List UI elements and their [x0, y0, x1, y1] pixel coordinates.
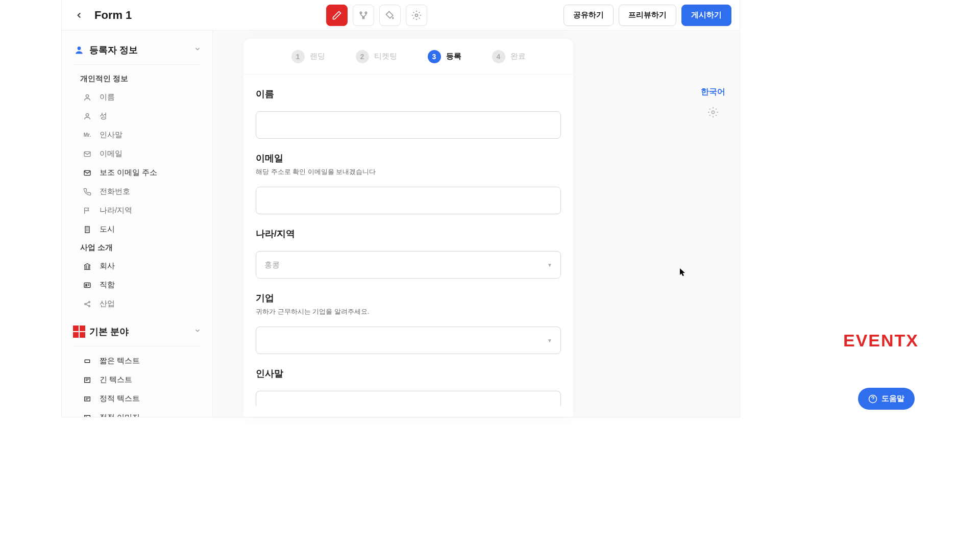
- sidebar-item[interactable]: Mr.인사말: [62, 126, 212, 144]
- mr-icon: Mr.: [82, 132, 92, 138]
- svg-point-5: [86, 94, 88, 97]
- sidebar-item[interactable]: 산업: [62, 294, 212, 313]
- sidebar-section-registrant[interactable]: 등록자 정보: [62, 39, 212, 61]
- sidebar-item[interactable]: 나라/지역: [62, 201, 212, 220]
- sidebar-item-label: 성: [100, 111, 107, 121]
- phone-icon: [82, 188, 92, 196]
- svg-point-14: [89, 305, 90, 307]
- grid-icon: [73, 325, 85, 338]
- field-label: 이메일: [256, 152, 561, 164]
- svg-point-13: [89, 301, 90, 303]
- sidebar-item-label: 정적 이미지: [100, 413, 140, 417]
- flow-tool-button[interactable]: [353, 5, 374, 26]
- svg-point-6: [86, 113, 88, 116]
- field-help: 해당 주소로 확인 이메일을 보내겠습니다: [256, 167, 561, 177]
- language-link[interactable]: 한국어: [701, 87, 725, 97]
- share-icon: [82, 300, 92, 308]
- sidebar-section-title: 기본 분야: [89, 325, 194, 338]
- field-label: 인사말: [256, 367, 561, 380]
- style-tool-button[interactable]: [379, 5, 401, 26]
- svg-point-0: [360, 12, 361, 13]
- sidebar-item[interactable]: 짧은 텍스트: [62, 352, 212, 370]
- sidebar-item-label: 정적 텍스트: [100, 394, 140, 404]
- svg-rect-10: [84, 283, 90, 287]
- sidebar-item[interactable]: 정적 이미지: [62, 408, 212, 417]
- share-button[interactable]: 공유하기: [564, 5, 614, 26]
- sidebar-item[interactable]: 회사: [62, 257, 212, 276]
- sidebar-subhead-personal: 개인적인 정보: [62, 70, 212, 88]
- svg-point-20: [712, 111, 715, 114]
- caret-down-icon: ▼: [547, 338, 552, 343]
- field-salutation[interactable]: 인사말: [256, 367, 561, 406]
- step-registration[interactable]: 3등록: [428, 50, 461, 63]
- paint-bucket-icon: [385, 10, 395, 20]
- field-help: 귀하가 근무하시는 기업을 알려주세요.: [256, 307, 561, 316]
- top-bar: Form 1 공유하기 프리뷰하기 게시하기: [62, 0, 740, 31]
- form-stepper: 1랜딩 2티켓팅 3등록 4완료: [243, 39, 573, 74]
- form-scroll[interactable]: 이름 이메일 해당 주소로 확인 이메일을 보내겠습니다 나라/지역: [243, 74, 573, 417]
- name-input[interactable]: [256, 111, 561, 139]
- sidebar-item[interactable]: 보조 이메일 주소: [62, 163, 212, 182]
- help-button[interactable]: 도움말: [858, 388, 915, 410]
- field-label: 기업: [256, 292, 561, 304]
- sidebar: 등록자 정보 개인적인 정보 이름성Mr.인사말이메일보조 이메일 주소전화번호…: [62, 31, 213, 417]
- person-icon: [82, 93, 92, 102]
- right-column: 한국어: [701, 87, 725, 120]
- sidebar-item[interactable]: 이메일: [62, 144, 212, 163]
- step-ticketing[interactable]: 2티켓팅: [356, 50, 397, 63]
- salutation-input[interactable]: [256, 391, 561, 406]
- branch-icon: [358, 10, 369, 20]
- divider: [73, 64, 201, 65]
- back-button[interactable]: [70, 6, 88, 24]
- step-complete[interactable]: 4완료: [492, 50, 526, 63]
- sidebar-item[interactable]: 정적 텍스트: [62, 389, 212, 408]
- mail-icon: [82, 169, 92, 177]
- publish-button[interactable]: 게시하기: [681, 5, 731, 26]
- field-label: 이름: [256, 88, 561, 100]
- svg-point-1: [365, 12, 366, 13]
- field-company[interactable]: 기업 귀하가 근무하시는 기업을 알려주세요. ▼: [256, 292, 561, 354]
- step-landing[interactable]: 1랜딩: [291, 50, 325, 63]
- sidebar-item[interactable]: 전화번호: [62, 182, 212, 201]
- svg-rect-18: [85, 415, 90, 417]
- person-icon: [82, 112, 92, 120]
- sidebar-item-label: 인사말: [100, 130, 122, 140]
- chevron-down-icon: [194, 327, 201, 336]
- svg-rect-17: [85, 397, 90, 401]
- gear-icon: [707, 107, 719, 118]
- edit-tool-button[interactable]: [326, 5, 348, 26]
- sidebar-item[interactable]: 도시: [62, 220, 212, 239]
- country-select[interactable]: 홍콩 ▼: [256, 251, 561, 279]
- gear-icon: [411, 10, 422, 20]
- sidebar-item-label: 이름: [100, 92, 115, 102]
- field-email[interactable]: 이메일 해당 주소로 확인 이메일을 보내겠습니다: [256, 152, 561, 214]
- email-input[interactable]: [256, 187, 561, 214]
- divider: [73, 346, 201, 346]
- sidebar-item-label: 산업: [100, 299, 115, 309]
- mouse-cursor-icon: [680, 268, 687, 278]
- svg-point-3: [415, 14, 418, 16]
- sidebar-item[interactable]: 성: [62, 107, 212, 126]
- settings-tool-button[interactable]: [406, 5, 427, 26]
- sidebar-item-label: 직함: [100, 280, 115, 290]
- rect-icon: [82, 357, 92, 365]
- svg-point-12: [85, 303, 86, 305]
- language-settings-button[interactable]: [707, 107, 719, 120]
- sidebar-item[interactable]: 이름: [62, 88, 212, 107]
- field-name[interactable]: 이름: [256, 88, 561, 139]
- svg-rect-15: [85, 360, 89, 362]
- label-icon: [82, 395, 92, 403]
- chevron-down-icon: [194, 45, 201, 55]
- sidebar-item-label: 도시: [100, 224, 115, 234]
- field-label: 나라/지역: [256, 228, 561, 240]
- sidebar-item[interactable]: 긴 텍스트: [62, 370, 212, 389]
- sidebar-section-basic[interactable]: 기본 분야: [62, 320, 212, 343]
- field-country[interactable]: 나라/지역 홍콩 ▼: [256, 228, 561, 279]
- preview-button[interactable]: 프리뷰하기: [619, 5, 676, 26]
- help-icon: [868, 394, 877, 404]
- company-select[interactable]: ▼: [256, 327, 561, 354]
- sidebar-item-label: 보조 이메일 주소: [100, 168, 157, 178]
- canvas-area: 1랜딩 2티켓팅 3등록 4완료 이름 이메일 해당 주소로 확인 이메일을 보…: [213, 31, 740, 417]
- sidebar-item[interactable]: 직함: [62, 276, 212, 294]
- svg-point-4: [78, 46, 81, 50]
